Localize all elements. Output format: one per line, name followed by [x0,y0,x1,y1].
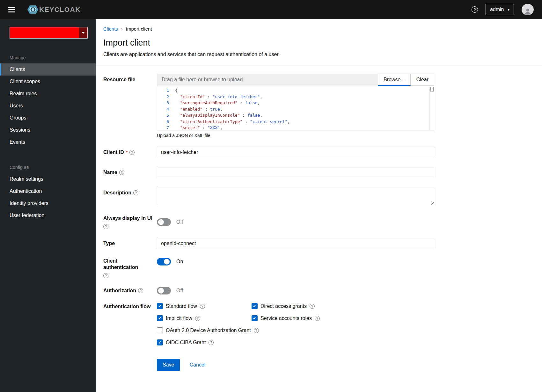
file-upload-filename-input[interactable] [157,74,378,86]
help-icon[interactable]: ? [119,170,124,175]
code-editor[interactable]: 1234567 { "clientId" : "user-info-fetche… [157,86,434,130]
toggle-state-label: Off [176,219,183,225]
browse-button[interactable]: Browse... [378,74,411,86]
authorization-label-cell: Authorization ? [103,287,157,294]
authorization-toggle[interactable] [157,287,171,294]
checkbox-unchecked[interactable] [157,327,163,333]
help-icon[interactable]: ? [200,304,205,309]
save-button[interactable]: Save [157,359,180,371]
resource-file-label: Resource file [103,76,135,83]
checkbox-implicit-flow[interactable]: ✓Implicit flow? [157,315,200,321]
page-title: Import client [103,38,534,48]
nav-section-configure: ConfigureRealm settingsAuthenticationIde… [0,165,96,221]
sidebar-item-identity-providers[interactable]: Identity providers [0,197,96,209]
description-label-cell: Description ? [103,187,157,196]
nav-section-manage: ManageClientsClient scopesRealm rolesUse… [0,55,96,148]
breadcrumb: Clients › Import client [103,26,534,32]
sidebar-item-realm-settings[interactable]: Realm settings [0,173,96,185]
code-lines[interactable]: { "clientId" : "user-info-fetcher", "sur… [172,86,429,130]
help-icon[interactable]: ? [138,288,143,293]
description-textarea[interactable] [157,187,434,205]
code-line: "surrogateAuthRequired" : false, [175,100,429,106]
import-client-form: Resource file Browse... Clear 1234567 { … [96,66,542,387]
help-icon[interactable]: ? [103,224,108,229]
breadcrumb-clients-link[interactable]: Clients [103,26,118,32]
code-line: "clientAuthenticatorType" : "client-secr… [175,119,429,125]
name-input[interactable] [157,167,434,178]
checkbox-checked[interactable]: ✓ [157,315,163,321]
sidebar-item-user-federation[interactable]: User federation [0,209,96,221]
line-number: 2 [157,94,169,100]
checkbox-direct-access-grants[interactable]: ✓Direct access grants? [252,303,315,309]
help-icon[interactable]: ? [254,328,259,333]
checkbox-checked[interactable]: ✓ [252,303,258,309]
help-icon[interactable]: ? [129,150,135,155]
sidebar-item-users[interactable]: Users [0,100,96,112]
sidebar-item-clients[interactable]: Clients [0,63,96,76]
avatar[interactable] [522,4,534,15]
authorization-label: Authorization [103,287,136,294]
always-display-row: Always display in UI ? Off [103,215,534,229]
client-id-input[interactable] [157,147,434,158]
sidebar-item-authentication[interactable]: Authentication [0,185,96,197]
user-menu-dropdown[interactable]: admin ▾ [486,4,514,15]
type-row: Type [103,238,534,249]
toggle-state-label: Off [176,288,183,294]
nav-toggle-button[interactable] [6,3,18,16]
required-asterisk: * [126,149,128,156]
code-line: { [175,87,429,94]
always-display-label: Always display in UI [103,215,152,221]
code-gutter: 1234567 [157,86,172,130]
resource-file-control: Browse... Clear 1234567 { "clientId" : "… [157,74,434,138]
page-subtitle: Clients are applications and services th… [103,52,534,57]
checkbox-oauth-2-0-device-authorization-grant[interactable]: OAuth 2.0 Device Authorization Grant? [157,327,259,333]
help-icon[interactable]: ? [195,316,200,321]
resource-file-row: Resource file Browse... Clear 1234567 { … [103,74,534,138]
help-icon[interactable]: ? [133,190,138,195]
sidebar: ManageClientsClient scopesRealm rolesUse… [0,19,96,392]
checkbox-checked[interactable]: ✓ [157,303,163,309]
client-authentication-row: Client authentication ? On [103,258,534,278]
realm-caret-button[interactable] [79,27,87,38]
client-id-row: Client ID * ? [103,147,534,158]
toggle-state-label: On [176,259,183,265]
client-authentication-toggle[interactable] [157,258,171,265]
caret-down-icon [82,32,85,34]
nav-section-title: Manage [10,55,96,60]
upload-hint: Upload a JSON or XML file [157,133,434,138]
scrollbar-thumb[interactable] [430,87,434,91]
name-row: Name ? [103,167,534,178]
line-number: 3 [157,100,169,106]
sidebar-item-sessions[interactable]: Sessions [0,124,96,136]
checkbox-checked[interactable]: ✓ [157,339,163,345]
checkbox-service-accounts-roles[interactable]: ✓Service accounts roles? [252,315,320,321]
checkbox-checked[interactable]: ✓ [252,315,258,321]
authentication-flow-label-cell: Authentication flow [103,303,157,310]
line-number: 7 [157,125,169,130]
sidebar-item-client-scopes[interactable]: Client scopes [0,76,96,88]
code-scrollbar[interactable] [429,86,434,130]
sidebar-item-groups[interactable]: Groups [0,112,96,124]
client-authentication-label-cell: Client authentication ? [103,258,157,278]
checkbox-standard-flow[interactable]: ✓Standard flow? [157,303,205,309]
realm-selector[interactable] [10,27,88,39]
cancel-button[interactable]: Cancel [189,362,205,368]
help-icon[interactable]: ? [310,304,315,309]
client-id-label: Client ID [103,149,124,156]
sidebar-item-events[interactable]: Events [0,136,96,148]
checkbox-label: Standard flow [166,303,197,309]
clear-button[interactable]: Clear [411,74,434,86]
help-icon[interactable]: ? [209,340,214,345]
name-label: Name [103,169,117,176]
checkbox-oidc-ciba-grant[interactable]: ✓OIDC CIBA Grant? [157,339,214,345]
help-icon[interactable]: ? [472,6,478,13]
always-display-toggle[interactable] [157,218,171,226]
checkbox-label: Direct access grants [260,303,307,309]
help-icon[interactable]: ? [315,316,320,321]
type-input[interactable] [157,238,434,249]
line-number: 1 [157,87,169,94]
help-icon[interactable]: ? [103,273,108,278]
sidebar-item-realm-roles[interactable]: Realm roles [0,88,96,100]
keycloak-admin-console: KEYCLOAK ? admin ▾ Manag [0,0,542,392]
description-label: Description [103,190,131,196]
